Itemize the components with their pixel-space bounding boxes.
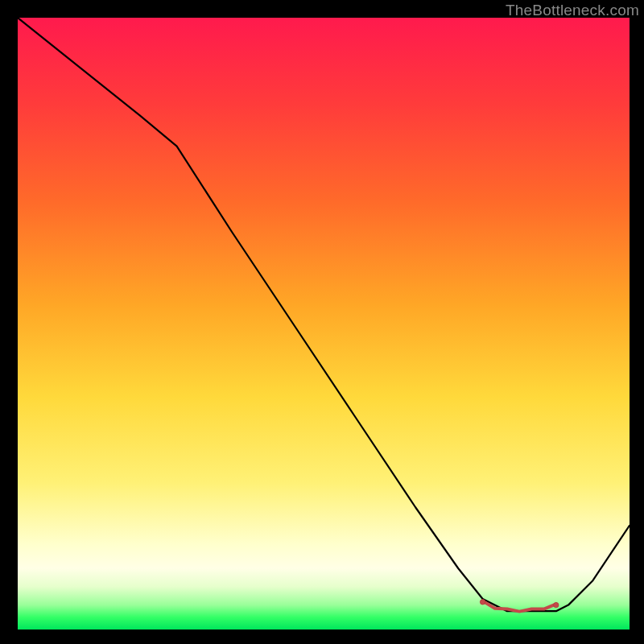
chart-container: TheBottleneck.com: [0, 0, 644, 644]
watermark-text: TheBottleneck.com: [506, 2, 639, 19]
plot-area: [18, 18, 630, 630]
